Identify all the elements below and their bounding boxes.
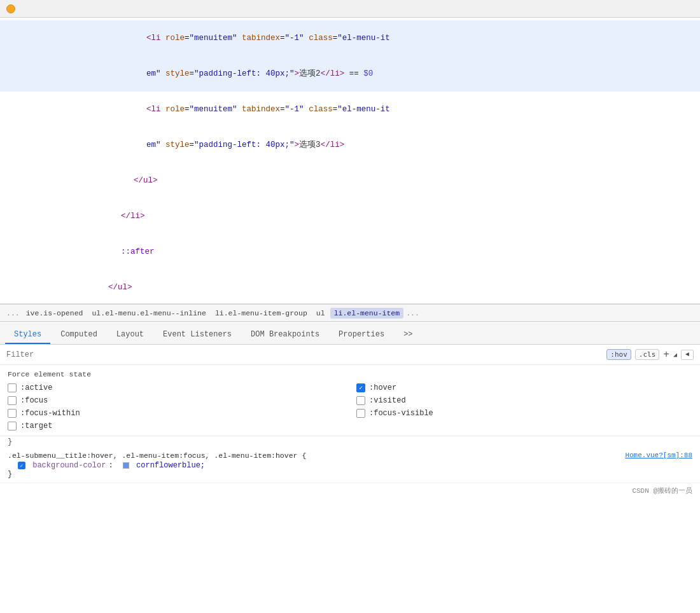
close-ul: </ul> xyxy=(134,176,158,185)
close-ul-2: </ul> xyxy=(108,283,132,292)
hov-button[interactable]: :hov xyxy=(606,349,631,360)
prop-name-bg: background-color xyxy=(28,461,106,470)
tag-open: <li xyxy=(146,105,161,114)
dom-line[interactable]: em" style="padding-left: 40px;">选项2</li>… xyxy=(0,56,700,92)
tab-more[interactable]: >> xyxy=(395,326,421,344)
tag-close: > xyxy=(295,69,300,78)
attr-name: tabindex xyxy=(237,34,281,43)
attr-value: em" xyxy=(146,141,161,149)
dom-viewer: <li role="menuitem" tabindex="-1" class=… xyxy=(0,18,700,304)
state-focus-within[interactable]: :focus-within xyxy=(8,409,344,418)
attr-value: "-1" xyxy=(285,34,304,43)
state-focus-within-label: :focus-within xyxy=(20,409,80,418)
state-focus-visible[interactable]: :focus-visible xyxy=(356,409,692,418)
checkbox-focus[interactable] xyxy=(8,396,17,405)
breadcrumb-bar: ... ive.is-opened ul.el-menu.el-menu--in… xyxy=(0,304,700,322)
attr-name: class xyxy=(304,105,333,114)
tag-close-li: </li> xyxy=(321,69,345,78)
attr-name: style xyxy=(161,141,190,149)
checkbox-focus-visible[interactable] xyxy=(356,409,365,418)
tab-event-listeners[interactable]: Event Listeners xyxy=(154,326,241,344)
prop-value-bg: cornflowerblue; xyxy=(132,461,205,470)
attr-value: "menuitem" xyxy=(190,34,237,43)
titlebar xyxy=(0,0,700,18)
tabs-bar: Styles Computed Layout Event Listeners D… xyxy=(0,322,700,345)
state-hover[interactable]: :hover xyxy=(356,383,692,392)
state-target-label: :target xyxy=(20,422,52,430)
rule-close-brace: } xyxy=(8,470,692,479)
tab-properties[interactable]: Properties xyxy=(330,326,393,344)
state-target[interactable]: :target xyxy=(8,422,344,430)
state-focus-label: :focus xyxy=(20,396,48,405)
attr-name: tabindex xyxy=(237,105,281,114)
text-content: 选项2 xyxy=(299,69,321,78)
cls-button[interactable]: .cls xyxy=(635,349,660,360)
tag-open: <li xyxy=(146,34,161,43)
state-active[interactable]: :active xyxy=(8,383,344,392)
dom-line[interactable]: <li role="menuitem" tabindex="-1" class=… xyxy=(0,20,700,56)
dom-line[interactable]: </ul> xyxy=(0,270,700,304)
breadcrumb-dots-end[interactable]: ... xyxy=(405,309,421,317)
add-rule-button[interactable]: + xyxy=(663,350,669,360)
attr-value: "el-menu-it xyxy=(337,105,390,114)
reverse-button[interactable]: ◄ xyxy=(681,350,694,360)
eq-text: == xyxy=(344,69,363,78)
breadcrumb-item-li-menu-item[interactable]: li.el-menu-item xyxy=(330,308,404,319)
attr-value: "menuitem" xyxy=(190,105,237,114)
attr-name: style xyxy=(161,69,190,78)
state-visited-label: :visited xyxy=(369,396,406,405)
text-content-cn: 选项3 xyxy=(299,141,321,149)
tab-dom-breakpoints[interactable]: DOM Breakpoints xyxy=(242,326,328,344)
separator-brace: } xyxy=(0,436,700,448)
breadcrumb-item-ul[interactable]: ul xyxy=(312,308,329,319)
breadcrumb-item-ul-menu[interactable]: ul.el-menu.el-menu--inline xyxy=(88,308,209,319)
attr-name: class xyxy=(304,34,333,43)
state-focus[interactable]: :focus xyxy=(8,396,344,405)
filter-input[interactable] xyxy=(6,350,601,359)
checkbox-target[interactable] xyxy=(8,422,17,430)
attr-value: em" xyxy=(146,69,161,78)
attr-value: "padding-left: 40px;" xyxy=(194,141,295,149)
breadcrumb-item-ive[interactable]: ive.is-opened xyxy=(22,308,87,319)
watermark: CSDN @搬砖的一员 xyxy=(0,483,700,498)
state-active-label: :active xyxy=(20,383,52,392)
css-rule-block: .el-submenu__title:hover, .el-menu-item:… xyxy=(0,448,700,483)
attr-name: role xyxy=(161,34,185,43)
tag-close: > xyxy=(295,141,300,149)
rule-selector: .el-submenu__title:hover, .el-menu-item:… xyxy=(8,451,692,460)
state-hover-label: :hover xyxy=(369,383,396,392)
traffic-light-yellow[interactable] xyxy=(6,4,15,13)
checkbox-hover[interactable] xyxy=(356,383,365,392)
state-grid: :active :hover :focus :visited :focus-wi… xyxy=(8,383,692,430)
dom-line[interactable]: ::after xyxy=(0,234,700,270)
checkbox-visited[interactable] xyxy=(356,396,365,405)
checkbox-focus-within[interactable] xyxy=(8,409,17,418)
attr-value: "el-menu-it xyxy=(337,34,390,43)
attr-value: "padding-left: 40px;" xyxy=(194,69,295,78)
filter-bar: :hov .cls + ◢ ◄ xyxy=(0,345,700,365)
tab-layout[interactable]: Layout xyxy=(108,326,153,344)
breadcrumb-item-li-group[interactable]: li.el-menu-item-group xyxy=(211,308,311,319)
prop-colon: : xyxy=(108,461,113,470)
rule-property-bg: background-color : cornflowerblue; xyxy=(8,461,692,470)
styles-panel: :hov .cls + ◢ ◄ Force element state :act… xyxy=(0,345,700,613)
state-focus-visible-label: :focus-visible xyxy=(369,409,433,418)
rule-source[interactable]: Home.vue?[sm]:88 xyxy=(625,451,692,459)
color-swatch-cornflowerblue[interactable] xyxy=(123,462,129,469)
tab-computed[interactable]: Computed xyxy=(52,326,106,344)
dollar-ref: $0 xyxy=(363,69,373,78)
dom-line[interactable]: </li> xyxy=(0,198,700,234)
dom-line[interactable]: </ul> xyxy=(0,163,700,198)
prop-checkbox-bg[interactable] xyxy=(18,462,25,469)
dom-line[interactable]: <li role="menuitem" tabindex="-1" class=… xyxy=(0,92,700,127)
pseudo-after: ::after xyxy=(121,247,155,256)
close-li: </li> xyxy=(121,212,145,221)
state-visited[interactable]: :visited xyxy=(356,396,692,405)
force-state-section: Force element state :active :hover :focu… xyxy=(0,365,700,436)
tab-styles[interactable]: Styles xyxy=(5,326,50,344)
plus-subscript: ◢ xyxy=(673,351,677,359)
breadcrumb-dots-start[interactable]: ... xyxy=(5,309,21,317)
attr-value: "-1" xyxy=(285,105,304,114)
dom-line[interactable]: em" style="padding-left: 40px;">选项3</li> xyxy=(0,127,700,163)
checkbox-active[interactable] xyxy=(8,383,17,392)
